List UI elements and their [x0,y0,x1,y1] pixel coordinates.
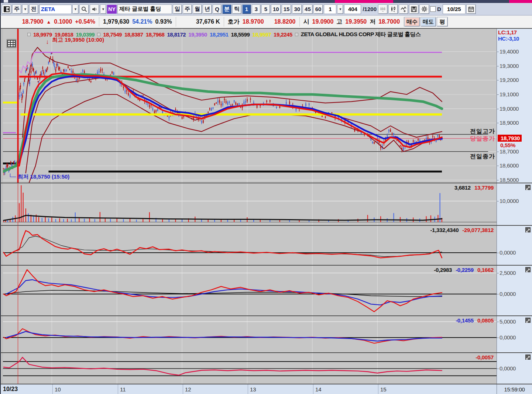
grid-settings-button[interactable] [7,39,16,48]
period-year-button[interactable]: 년 [203,4,212,14]
prev-button[interactable]: 전 [29,4,38,14]
time-divider [183,384,183,394]
line-style-icon[interactable] [399,4,408,14]
legend-square-icon [97,33,100,36]
time-divider [118,384,118,394]
indicator2-plot[interactable]: -0,2983-0,22590,1662 [3,266,497,315]
interval-3-button[interactable]: 3 [252,4,261,14]
axis-tick-label: 19,3000 [500,63,519,69]
buy-button[interactable]: 매수 [404,17,420,27]
period-day-button[interactable]: 일 [173,4,182,14]
panel-indicator-values: -0,2983-0,22590,1662 [434,267,494,273]
interval-1-button[interactable]: 1 [242,4,251,14]
search-icon[interactable] [79,4,89,14]
indicator2-axis: 2,50000,0000 [497,266,532,315]
axis-tick-label: 5,0000 [500,318,516,325]
hour-label: 13 [250,386,256,393]
main-price-axis: 19,400019,300019,200019,100019,000018,90… [497,29,532,183]
speaker-chevron-down-icon[interactable]: ▼ [100,4,106,14]
d-checkbox-label: D [436,6,442,12]
left-strip [0,266,3,315]
date-field[interactable]: 10/25 [443,4,466,14]
open-label: 시 [303,18,309,26]
week-mode-chevron-down-icon[interactable]: ▼ [22,4,28,14]
trade-amount: 37,676 K [196,18,220,25]
legend-value: 18,7549 [103,31,122,38]
axis-tick-label: 18,7000 [500,148,519,155]
interval-chevron-down-icon[interactable]: ▼ [337,4,343,14]
day-close-line-label: 당일종가 [470,135,495,143]
calendar-icon[interactable] [466,4,476,14]
legend-value: 18,5599 [231,31,250,38]
time-axis: 10/23 10 11 12 13 14 15 15:59:00 [0,384,532,394]
legend-value: 18,9979 [33,31,52,38]
legend-value: 18,8387 [124,31,143,38]
hour-label: 15 [380,386,387,393]
axis-tick-label: 18,9000 [500,120,519,126]
axis-tick-label: 18,5000 [500,177,519,183]
speaker-icon[interactable] [90,4,99,14]
expand-panel-icon[interactable] [525,227,531,232]
window-panel-icon[interactable] [2,4,11,14]
interval-45-button[interactable]: 45 [303,4,313,14]
interval-30-button[interactable]: 30 [292,4,302,14]
up-arrow-icon: ▲ [46,19,51,25]
left-strip [0,29,3,183]
expand-panel-icon[interactable] [525,355,531,360]
indicator1-plot[interactable]: -1,332,4340-29,077,3812 [3,226,497,265]
symbol-chevron-down-icon[interactable]: ▼ [72,4,79,14]
tick-mode-button[interactable]: 틱 [232,4,241,14]
axis-tick-label: 19,1000 [500,91,519,97]
interval-5-button[interactable]: 5 [261,4,270,14]
indicator3-plot[interactable]: -0,14550,0805 [3,316,497,352]
minute-mode-button[interactable]: 분 [222,4,231,14]
titlebar-accent-segment [509,0,532,3]
indicator4-plot[interactable]: -0,0057 [3,353,497,384]
ask-price: 18.9700 [243,18,264,25]
indicator4-panel-row: -0,0057 0,0000 [0,353,532,384]
legend-value: ZETA GLOBAL HLDGS CORP 제타 글로벌 홀딩스 [301,31,421,38]
high-label: 고 [336,18,342,26]
period-quarter-button[interactable]: Q [213,4,222,14]
legend-value: 18,9597 [252,31,271,38]
avg-button[interactable]: 평 [437,17,448,27]
indicator2-panel-row: -0,2983-0,22590,1662 2,50000,0000 [0,266,532,315]
save-icon[interactable] [409,4,419,14]
axis-tick-label: 18,6000 [500,162,519,169]
custom-interval-value[interactable]: 1 [324,4,336,14]
interval-60-button[interactable]: 60 [313,4,323,14]
high-change-label: HC:-3,10 [498,35,519,42]
bar-width-icon[interactable] [378,4,388,14]
axis-tick-label: 0,0000 [500,365,516,371]
interval-10-button[interactable]: 10 [271,4,281,14]
symbol-input[interactable] [39,4,72,14]
candle-style-icon[interactable] [388,4,398,14]
bar-count-input[interactable]: 404 [344,4,361,14]
expand-panel-icon[interactable] [525,267,531,272]
window-titlebar [0,0,532,3]
legend-value: 18,7968 [146,31,165,38]
current-price-badge: 18,7930 [498,135,522,142]
interval-15-button[interactable]: 15 [282,4,292,14]
period-week-button[interactable]: 주 [183,4,192,14]
gear-icon[interactable] [419,4,429,14]
sell-button[interactable]: 매도 [421,17,436,27]
price-change-pct: +0.54% [75,18,95,25]
legend-square-icon [27,33,31,36]
high-annotation: 최고 19,3950 (10:00) [52,37,104,44]
end-time-label: 15:59:00 [497,384,532,394]
left-strip [0,183,3,225]
expand-panel-icon[interactable] [525,185,531,190]
current-change-pct: 0,55% [500,142,515,148]
d-checkbox[interactable] [430,6,436,12]
main-chart-plot[interactable]: 18,997919,081819,039918,754918,838718,79… [3,29,497,183]
bar-total-label: /1200 [362,6,377,12]
stock-name-label: 제타 글로벌 홀딩 [117,4,172,14]
volume-plot[interactable]: 3,681213,7799 [3,183,497,225]
expand-panel-icon[interactable] [525,318,531,323]
week-mode-button[interactable]: 주 [12,4,21,14]
hoga-label: 호가 [228,18,240,26]
time-axis-plot[interactable]: 10/23 10 11 12 13 14 15 [1,384,497,394]
period-month-button[interactable]: 월 [193,4,202,14]
time-divider [52,384,53,394]
